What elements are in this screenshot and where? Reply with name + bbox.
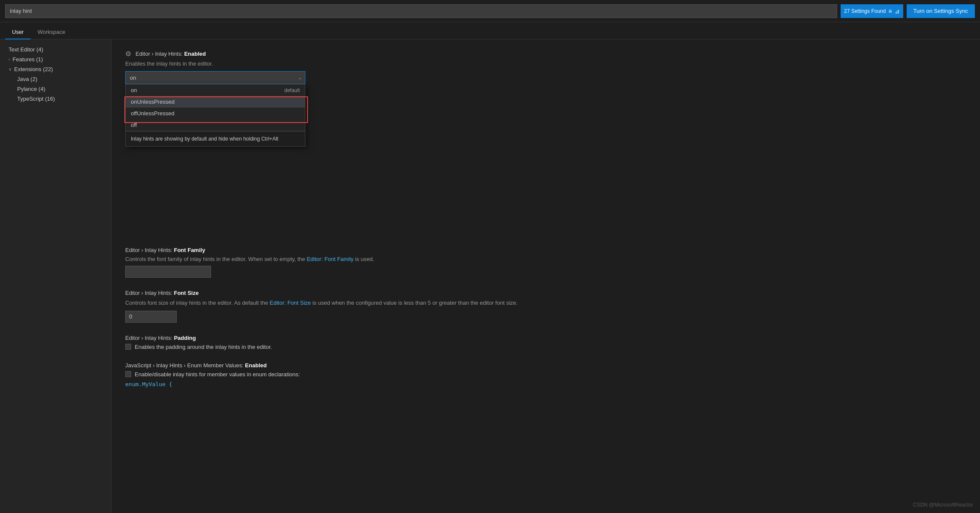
title-prefix: JavaScript › Inlay Hints › Enum Member V… bbox=[125, 362, 245, 369]
option-offunlesspressed[interactable]: offUnlessPressed bbox=[126, 108, 305, 119]
option-label: offUnlessPressed bbox=[131, 110, 175, 117]
tab-user[interactable]: User bbox=[5, 25, 30, 39]
sync-button[interactable]: Turn on Settings Sync bbox=[907, 4, 975, 18]
dropdown-popup: on default onUnlessPressed offUnlessPres… bbox=[125, 84, 305, 147]
font-size-input[interactable]: 0 bbox=[125, 311, 177, 323]
sidebar-item-label: Features (1) bbox=[12, 56, 43, 63]
inlay-hints-font-family-section: Editor › Inlay Hints: Font Family Contro… bbox=[125, 247, 966, 278]
js-enum-checkbox-label: Enable/disable inlay hints for member va… bbox=[135, 371, 300, 378]
option-off[interactable]: off bbox=[126, 119, 305, 131]
font-family-input[interactable] bbox=[125, 266, 211, 278]
sidebar-item-label: Extensions (22) bbox=[14, 66, 53, 72]
padding-title: Editor › Inlay Hints: Padding bbox=[125, 335, 966, 341]
title-bold: Font Family bbox=[174, 247, 205, 253]
tab-bar: User Workspace bbox=[0, 22, 980, 39]
title-prefix: Editor › Inlay Hints: bbox=[125, 247, 174, 253]
enabled-dropdown-wrapper: on onUnlessPressed offUnlessPressed off … bbox=[125, 71, 305, 84]
editor-font-family-link[interactable]: Editor: Font Family bbox=[307, 256, 353, 262]
content-area: ⚙ Editor › Inlay Hints: Enabled Enables … bbox=[112, 39, 980, 513]
padding-checkbox[interactable] bbox=[125, 344, 131, 350]
padding-checkbox-label: Enables the padding around the inlay hin… bbox=[135, 344, 272, 350]
desc-suffix: is used. bbox=[353, 256, 374, 262]
option-onunlesspressed[interactable]: onUnlessPressed bbox=[126, 96, 305, 108]
option-label: onUnlessPressed bbox=[131, 99, 175, 105]
default-badge: default bbox=[284, 87, 300, 93]
js-inlay-hints-enum-section: JavaScript › Inlay Hints › Enum Member V… bbox=[125, 362, 966, 387]
option-tooltip: Inlay hints are showing by default and h… bbox=[126, 131, 305, 146]
font-size-description: Controls font size of inlay hints in the… bbox=[125, 299, 966, 307]
sidebar-item-typescript[interactable]: TypeScript (16) bbox=[0, 94, 111, 104]
inlay-hints-font-size-section: Editor › Inlay Hints: Font Size Controls… bbox=[125, 290, 966, 323]
search-input-wrapper: inlay hint bbox=[5, 4, 837, 18]
option-label: off bbox=[131, 122, 137, 128]
sidebar-item-pylance[interactable]: Pylance (4) bbox=[0, 84, 111, 94]
search-bar: inlay hint 27 Settings Found ≡ ⊿ Turn on… bbox=[0, 0, 980, 22]
filter-icon: ⊿ bbox=[895, 8, 900, 15]
chevron-down-icon: ∨ bbox=[9, 67, 12, 72]
tab-workspace[interactable]: Workspace bbox=[30, 25, 72, 39]
sidebar-item-label: TypeScript (16) bbox=[17, 96, 55, 102]
title-prefix: Editor › Inlay Hints: bbox=[136, 51, 184, 57]
main-layout: Text Editor (4) › Features (1) ∨ Extensi… bbox=[0, 39, 980, 513]
option-label: on bbox=[131, 87, 137, 93]
sidebar-item-label: Java (2) bbox=[17, 76, 37, 82]
inlay-hints-padding-section: Editor › Inlay Hints: Padding Enables th… bbox=[125, 335, 966, 350]
desc-prefix: Controls the font family of inlay hints … bbox=[125, 256, 307, 262]
font-family-title: Editor › Inlay Hints: Font Family bbox=[125, 247, 966, 253]
sidebar-item-text-editor[interactable]: Text Editor (4) bbox=[0, 45, 111, 54]
desc-prefix: Controls font size of inlay hints in the… bbox=[125, 300, 270, 306]
font-size-title: Editor › Inlay Hints: Font Size bbox=[125, 290, 966, 296]
lines-icon: ≡ bbox=[888, 8, 892, 15]
padding-checkbox-row: Enables the padding around the inlay hin… bbox=[125, 344, 966, 350]
sidebar-item-java[interactable]: Java (2) bbox=[0, 74, 111, 84]
editor-font-size-link[interactable]: Editor: Font Size bbox=[270, 300, 311, 306]
search-input[interactable]: inlay hint bbox=[5, 4, 837, 18]
sidebar-item-extensions[interactable]: ∨ Extensions (22) bbox=[0, 64, 111, 74]
title-prefix: Editor › Inlay Hints: bbox=[125, 335, 174, 341]
badge-text: 27 Settings Found bbox=[844, 8, 886, 14]
bottom-credit: CSDN @MicrosoftReactor bbox=[913, 502, 973, 508]
enabled-dropdown[interactable]: on onUnlessPressed offUnlessPressed off bbox=[125, 71, 305, 84]
section-title: Editor › Inlay Hints: Enabled bbox=[136, 51, 206, 57]
title-bold: Padding bbox=[174, 335, 196, 341]
section-description: Enables the inlay hints in the editor. bbox=[125, 60, 966, 67]
title-prefix: Editor › Inlay Hints: bbox=[125, 290, 174, 296]
js-enum-checkbox[interactable] bbox=[125, 371, 131, 377]
inlay-hints-enabled-section: ⚙ Editor › Inlay Hints: Enabled Enables … bbox=[125, 50, 966, 84]
title-bold: Enabled bbox=[245, 362, 267, 369]
title-bold: Font Size bbox=[174, 290, 199, 296]
sidebar-item-label: Pylance (4) bbox=[17, 86, 45, 92]
font-family-description: Controls the font family of inlay hints … bbox=[125, 256, 966, 262]
option-on[interactable]: on default bbox=[126, 84, 305, 96]
gear-icon: ⚙ bbox=[125, 50, 131, 58]
title-bold: Enabled bbox=[184, 51, 206, 57]
sidebar-item-features[interactable]: › Features (1) bbox=[0, 54, 111, 64]
search-results-badge: 27 Settings Found ≡ ⊿ bbox=[841, 4, 903, 18]
js-enum-checkbox-row: Enable/disable inlay hints for member va… bbox=[125, 371, 966, 378]
chevron-icon: › bbox=[9, 57, 10, 62]
sidebar-item-label: Text Editor (4) bbox=[9, 46, 43, 53]
sidebar: Text Editor (4) › Features (1) ∨ Extensi… bbox=[0, 39, 112, 513]
settings-header: ⚙ Editor › Inlay Hints: Enabled bbox=[125, 50, 966, 58]
js-enum-title: JavaScript › Inlay Hints › Enum Member V… bbox=[125, 362, 966, 369]
code-example: enum.MyValue { bbox=[125, 381, 966, 387]
desc-suffix: is used when the configured value is les… bbox=[311, 300, 518, 306]
